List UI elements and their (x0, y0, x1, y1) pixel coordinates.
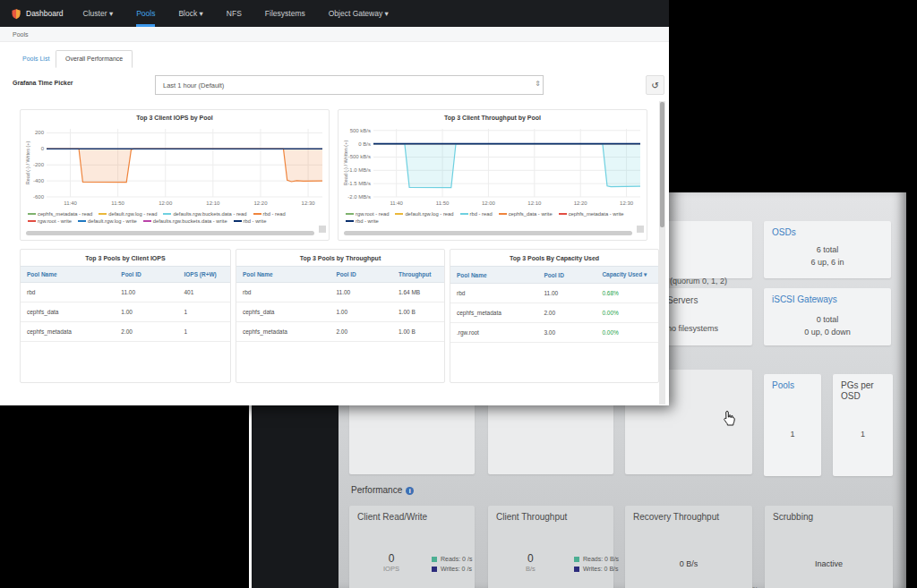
iops-chart-legend: cephfs_metadata - readdefault.rgw.log - … (28, 211, 325, 224)
table-row[interactable]: rbd11.000.68% (450, 284, 658, 303)
svg-text:-2.0 MB/s: -2.0 MB/s (347, 194, 371, 200)
client-read-write-card: Client Read/Write 0 IOPS Reads: 0 /sWrit… (349, 506, 475, 588)
iops-chart-panel: Top 3 Client IOPS by Pool 11:4011:5012:0… (20, 109, 330, 241)
capacity-table-panel: Top 3 Pools By Capacity Used Pool NamePo… (450, 249, 659, 383)
legend-swatch-icon (432, 567, 437, 572)
table-cell: 3.00 (537, 323, 596, 343)
recovery-throughput-title: Recovery Throughput (633, 512, 719, 522)
column-header[interactable]: Capacity Used ▾ (596, 267, 658, 284)
vertical-scrollbar-thumb[interactable] (660, 102, 664, 227)
monitors-quorum-text: (quorum 0, 1, 2) (670, 277, 727, 285)
svg-text:12:00: 12:00 (482, 200, 496, 206)
legend-label: default.rgw.log - read (405, 211, 453, 217)
svg-text:0: 0 (41, 146, 45, 151)
scrollbar-corner (319, 226, 326, 233)
column-header[interactable]: IOPS (R+W) (177, 267, 230, 283)
legend-item[interactable]: defaults.rgw.buckets.data - read (163, 211, 246, 217)
scrubbing-card: Scrubbing Inactive (765, 506, 893, 588)
client-rw-unit: IOPS (383, 565, 399, 573)
cursor-pointer-icon (722, 410, 736, 426)
info-icon[interactable]: i (406, 487, 414, 495)
table-row[interactable]: rbd11.00401 (21, 283, 230, 303)
svg-text:-1.0 MB/s: -1.0 MB/s (347, 167, 371, 173)
table-cell: rbd (450, 284, 537, 303)
legend-swatch-icon (253, 213, 261, 215)
pools-card-title[interactable]: Pools (772, 380, 794, 390)
table-cell: cephfs_metadata (21, 322, 115, 342)
legend-item[interactable]: default.rgw.log - write (78, 218, 137, 224)
column-header[interactable]: Pool Name (21, 267, 115, 283)
column-header[interactable]: Pool ID (115, 267, 177, 283)
iscsi-up-down: 0 up, 0 down (764, 326, 891, 338)
legend-item[interactable]: rbd - write (346, 218, 379, 224)
metadata-servers-title: Servers (667, 295, 698, 305)
iscsi-gateways-card: iSCSI Gateways 0 total 0 up, 0 down (764, 288, 891, 345)
column-header[interactable]: Pool Name (450, 267, 537, 284)
tab-overall-performance[interactable]: Overall Performance (56, 50, 133, 68)
iscsi-card-title[interactable]: iSCSI Gateways (772, 294, 837, 304)
legend-label: cephfs_metadata - write (569, 211, 624, 217)
legend-swatch-icon (460, 213, 468, 215)
iops-chart: 11:4011:5012:0012:1012:2012:302000-200-4… (23, 124, 326, 209)
column-header[interactable]: Throughput (392, 267, 444, 283)
svg-text:200: 200 (35, 130, 45, 135)
scrubbing-status: Inactive (765, 559, 893, 568)
osds-card-title[interactable]: OSDs (772, 227, 796, 237)
scrollbar-corner (637, 226, 644, 233)
nav-item-pools[interactable]: Pools (136, 0, 155, 27)
legend-swatch-icon (574, 557, 579, 562)
legend-item[interactable]: cephfs_data - write (499, 211, 553, 217)
legend-item[interactable]: default.rgw.log - read (395, 211, 453, 217)
nav-item-object-gateway[interactable]: Object Gateway ▾ (329, 0, 389, 27)
brand[interactable]: Dashboard (11, 8, 64, 20)
legend-item[interactable]: rgw.root - write (28, 218, 72, 224)
table-row[interactable]: cephfs_data1.001.00 B (236, 303, 444, 322)
pgs-per-osd-count: 1 (833, 428, 893, 440)
legend-label: rbd - read (263, 211, 286, 217)
iops-chart-title: Top 3 Client IOPS by Pool (21, 115, 329, 121)
pools-performance-window: Dashboard Cluster ▾PoolsBlock ▾NFSFilesy… (0, 0, 669, 405)
legend-item[interactable]: cephfs_metadata - write (559, 211, 624, 217)
nav-item-filesystems[interactable]: Filesystems (265, 0, 305, 27)
table-row[interactable]: .rgw.root3.000.00% (450, 323, 658, 343)
column-header[interactable]: Pool Name (236, 267, 330, 283)
svg-text:-200: -200 (33, 162, 45, 167)
table-row[interactable]: cephfs_metadata2.000.00% (450, 303, 658, 323)
table-row[interactable]: cephfs_data1.001 (21, 303, 230, 322)
svg-text:-600: -600 (33, 194, 45, 200)
legend-item[interactable]: default.rgw.log - read (99, 211, 157, 217)
nav-items: Cluster ▾PoolsBlock ▾NFSFilesystemsObjec… (83, 0, 389, 27)
legend-item[interactable]: rbd - read (253, 211, 286, 217)
column-header[interactable]: Pool ID (330, 267, 392, 283)
column-header[interactable]: Pool ID (537, 267, 596, 284)
tab-pools-list[interactable]: Pools List (22, 55, 49, 62)
svg-text:Read (-) / Written (+): Read (-) / Written (+) (343, 141, 348, 186)
table-row[interactable]: cephfs_metadata2.001 (21, 322, 230, 342)
table-row[interactable]: rbd11.001.64 MB (236, 283, 444, 303)
table-cell: 401 (177, 283, 230, 303)
table-cell: 11.00 (330, 283, 392, 303)
pools-by-iops-table: Pool NamePool IDIOPS (R+W)rbd11.00401cep… (21, 266, 230, 342)
svg-text:-1.5 MB/s: -1.5 MB/s (347, 181, 371, 186)
legend-swatch-icon (346, 220, 354, 222)
table-row[interactable]: cephfs_metadata2.001.00 B (236, 322, 444, 342)
nav-item-nfs[interactable]: NFS (227, 0, 242, 27)
legend-item[interactable]: rbd - read (460, 211, 493, 217)
horizontal-scrollbar[interactable] (344, 231, 632, 235)
svg-text:11:40: 11:40 (64, 200, 77, 206)
table-cell: 1.00 B (392, 322, 444, 342)
legend-swatch-icon (163, 213, 171, 215)
recovery-tp-value: 0 B/s (625, 559, 752, 568)
desktop-black-edge (906, 0, 917, 588)
legend-item[interactable]: rbd - write (234, 218, 267, 224)
horizontal-scrollbar[interactable] (26, 231, 314, 235)
grafana-time-picker-select[interactable]: Last 1 hour (Default) ⇕ (155, 75, 544, 95)
legend-item[interactable]: cephfs_metadata - read (28, 211, 92, 217)
nav-item-block[interactable]: Block ▾ (178, 0, 202, 27)
perf-legend-item: Reads: 0 B/s (574, 556, 619, 562)
nav-item-cluster[interactable]: Cluster ▾ (83, 0, 114, 27)
refresh-button[interactable]: ↺ (646, 75, 664, 95)
svg-text:12:30: 12:30 (620, 200, 634, 206)
legend-item[interactable]: defaults.rgw.buckets.data - write (143, 218, 227, 224)
legend-item[interactable]: rgw.root - read (346, 211, 389, 217)
